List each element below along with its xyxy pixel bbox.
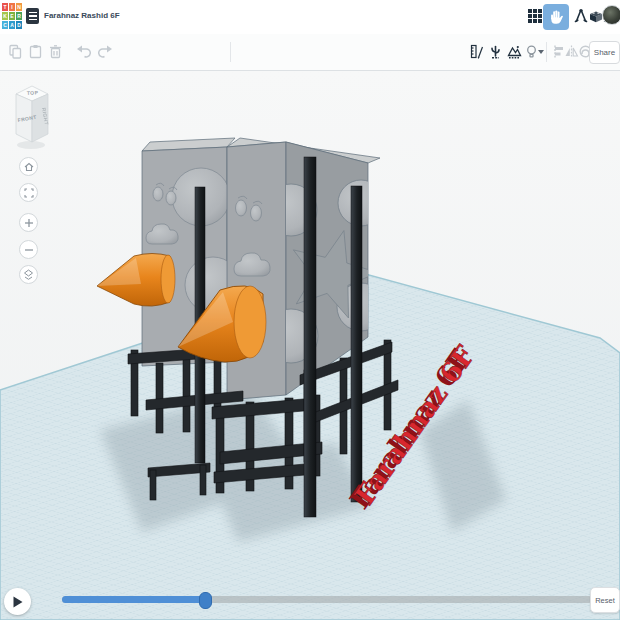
slider-fill: [62, 596, 205, 603]
share-button[interactable]: Share: [589, 41, 620, 64]
perspective-toggle-button[interactable]: [19, 265, 38, 284]
play-button[interactable]: [4, 588, 31, 615]
terrain-icon[interactable]: [507, 44, 522, 59]
paste-icon[interactable]: [28, 44, 43, 59]
plant-icon[interactable]: [488, 44, 503, 59]
edit-toolbar: Share: [0, 34, 620, 71]
design-title[interactable]: Farahnaz Rashid 6F: [44, 11, 120, 20]
delete-icon[interactable]: [48, 44, 63, 59]
undo-icon[interactable]: [76, 44, 91, 59]
fit-view-button[interactable]: [19, 183, 38, 202]
redo-icon[interactable]: [98, 44, 113, 59]
menu-icon[interactable]: [26, 8, 39, 24]
slider-handle[interactable]: [199, 592, 212, 609]
mirror-icon[interactable]: [564, 44, 579, 59]
scene-3d: Farahnaz 6F Farahnaz 6F: [0, 70, 620, 620]
zoom-out-button[interactable]: [19, 240, 38, 259]
chevron-down-icon[interactable]: [537, 44, 545, 59]
design-canvas[interactable]: Farahnaz 6F Farahnaz 6F TOP FRONT RIGHT: [0, 70, 620, 620]
viewcube-top-label: TOP: [27, 89, 39, 96]
view-cube[interactable]: TOP FRONT RIGHT: [10, 82, 54, 152]
toolbar-separator: [546, 42, 547, 62]
calipers-icon[interactable]: [573, 8, 589, 24]
toolbar-separator: [230, 42, 231, 62]
align-icon[interactable]: [550, 44, 565, 59]
zoom-in-button[interactable]: [19, 213, 38, 232]
ruler-icon[interactable]: [469, 44, 484, 59]
top-bar: TIN KER CAD Farahnaz Rashid 6F: [0, 0, 620, 35]
home-view-button[interactable]: [19, 157, 38, 176]
play-icon: [12, 596, 23, 608]
orange-cone-upper[interactable]: [97, 254, 175, 307]
tinkercad-app: { "app": { "logo": [ {"char":"T","color"…: [0, 0, 620, 620]
timeline-slider[interactable]: [62, 596, 592, 603]
avatar[interactable]: [602, 5, 620, 25]
pan-hand-button[interactable]: [543, 4, 569, 30]
copy-icon[interactable]: [8, 44, 23, 59]
tinkercad-logo[interactable]: TIN KER CAD: [2, 3, 23, 30]
hand-icon: [548, 9, 564, 25]
reset-button[interactable]: Reset: [590, 587, 620, 613]
apps-grid-icon[interactable]: [527, 8, 543, 24]
